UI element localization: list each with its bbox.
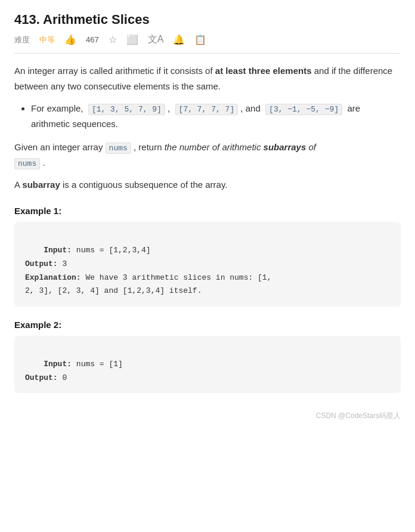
example-bullet-list: For example, [1, 3, 5, 7, 9] , [7, 7, 7,… xyxy=(31,101,401,132)
inline-code-3: [3, −1, −5, −9] xyxy=(265,104,342,115)
example-1-heading: Example 1: xyxy=(14,206,401,216)
inline-code-nums: nums xyxy=(106,143,131,154)
example-2-section: Example 2: Input: nums = [1] Output: 0 xyxy=(14,320,401,393)
inline-code-nums-2: nums xyxy=(14,158,40,169)
likes-count: 467 xyxy=(86,35,99,44)
thumbs-up-icon[interactable]: 👍 xyxy=(64,34,76,45)
meta-row: 难度 中等 👍 467 ☆ ⬜ 文A 🔔 📋 xyxy=(14,33,401,54)
description-paragraph-2: Given an integer array nums , return the… xyxy=(14,140,401,172)
subarray-definition: A subarray is a contiguous subsequence o… xyxy=(14,177,401,193)
example-2-code-block: Input: nums = [1] Output: 0 xyxy=(14,336,401,393)
inline-code-1: [1, 3, 5, 7, 9] xyxy=(88,104,165,115)
footer-attribution: CSDN @CodeStars码星人 xyxy=(14,411,401,421)
bell-icon[interactable]: 🔔 xyxy=(173,34,185,45)
difficulty-value: 中等 xyxy=(39,35,55,45)
note-icon[interactable]: 📋 xyxy=(194,34,206,45)
problem-title: 413. Arithmetic Slices xyxy=(14,12,401,27)
example-1-section: Example 1: Input: nums = [1,2,3,4] Outpu… xyxy=(14,206,401,307)
difficulty-label: 难度 xyxy=(14,35,30,45)
share-icon[interactable]: ⬜ xyxy=(126,34,138,45)
description-paragraph-1: An integer array is called arithmetic if… xyxy=(14,63,401,95)
bullet-item-1: For example, [1, 3, 5, 7, 9] , [7, 7, 7,… xyxy=(31,101,401,132)
inline-code-2: [7, 7, 7, 7] xyxy=(175,104,239,115)
translate-icon[interactable]: 文A xyxy=(148,33,164,46)
description-section: An integer array is called arithmetic if… xyxy=(14,63,401,193)
example-2-heading: Example 2: xyxy=(14,320,401,330)
star-icon[interactable]: ☆ xyxy=(109,34,117,45)
example-1-code-block: Input: nums = [1,2,3,4] Output: 3 Explan… xyxy=(14,222,401,307)
